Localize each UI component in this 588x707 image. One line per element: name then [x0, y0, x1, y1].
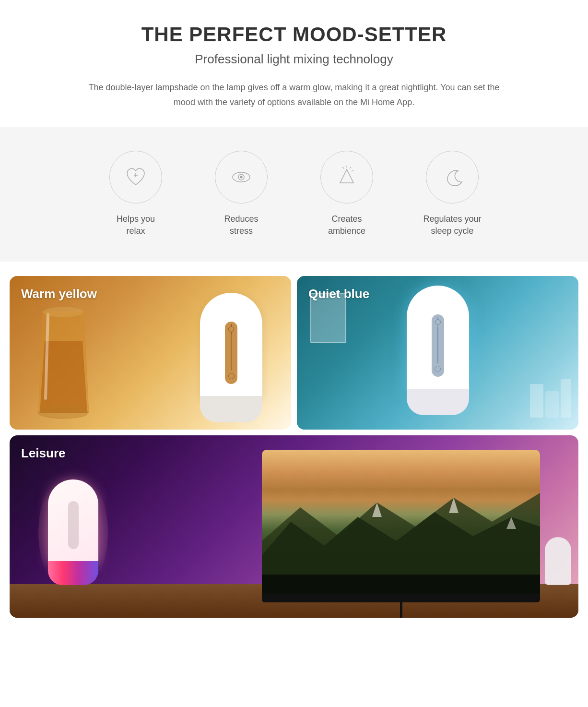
header-section: THE PERFECT MOOD-SETTER Professional lig…: [0, 0, 588, 127]
heart-icon: [123, 165, 148, 190]
tv-bezel: [262, 594, 540, 602]
feature-label-relax: Helps yourelax: [117, 213, 155, 237]
feature-icon-stress: [215, 151, 268, 204]
svg-point-4: [240, 176, 242, 178]
svg-marker-5: [340, 169, 353, 183]
feature-relax: Helps yourelax: [83, 151, 188, 237]
quiet-blue-card: Quiet blue: [297, 276, 578, 430]
leisure-card: Leisure: [10, 435, 578, 618]
leisure-label: Leisure: [21, 446, 66, 461]
feature-stress: Reducesstress: [188, 151, 294, 237]
leisure-inner: Leisure: [10, 435, 578, 618]
lamp-blue: [407, 286, 469, 415]
quiet-blue-label: Quiet blue: [308, 287, 369, 301]
eye-icon: [229, 165, 254, 190]
svg-point-11: [38, 407, 88, 419]
feature-ambience: Createsambience: [294, 151, 400, 237]
description: The double-layer lampshade on the lamp g…: [88, 80, 500, 109]
svg-rect-14: [262, 575, 540, 594]
features-section: Helps yourelax Reducesstress: [0, 127, 588, 261]
svg-line-9: [352, 170, 353, 171]
feature-label-sleep: Regulates yoursleep cycle: [423, 213, 481, 237]
subtitle: Professional light mixing technology: [38, 52, 550, 67]
mood-top-row: Warm yellow: [10, 276, 578, 430]
tv-screen: [262, 450, 540, 594]
blue-books: [530, 379, 571, 418]
features-grid: Helps yourelax Reducesstress: [19, 151, 569, 237]
warm-yellow-card: Warm yellow: [10, 276, 291, 430]
feature-icon-ambience: [320, 151, 373, 204]
feature-label-stress: Reducesstress: [224, 213, 258, 237]
tv-unit: [262, 450, 540, 618]
lamp-warm: [200, 286, 262, 430]
mood-section: Warm yellow: [0, 262, 588, 632]
svg-line-7: [350, 167, 351, 168]
mood-bottom-row: Leisure: [10, 435, 578, 618]
feature-sleep: Regulates yoursleep cycle: [400, 151, 505, 237]
lamp-leisure: [48, 479, 98, 585]
svg-point-10: [43, 307, 83, 317]
tv-stand-pole: [400, 602, 402, 618]
warm-yellow-label: Warm yellow: [21, 287, 97, 301]
svg-line-8: [342, 167, 344, 168]
moon-icon: [440, 165, 465, 190]
feature-icon-relax: [109, 151, 162, 204]
feature-icon-sleep: [426, 151, 479, 204]
whiskey-glass-icon: [19, 302, 108, 425]
main-title: THE PERFECT MOOD-SETTER: [38, 23, 550, 46]
air-purifier: [545, 537, 571, 585]
sparkle-icon: [334, 165, 359, 190]
feature-label-ambience: Createsambience: [328, 213, 365, 237]
